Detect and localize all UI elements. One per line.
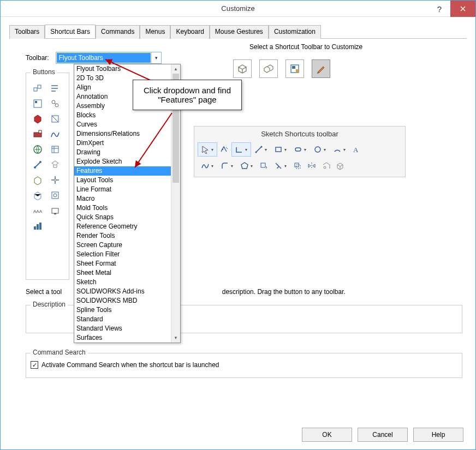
smart-dimension-tool[interactable] [217, 142, 231, 157]
display-relations-tool[interactable] [319, 159, 333, 173]
svg-point-14 [34, 166, 36, 169]
svg-text:A: A [353, 146, 359, 154]
scroll-up-icon[interactable]: ▲ [171, 64, 180, 74]
dropdown-item[interactable]: Line Format [74, 185, 180, 194]
spline-tool[interactable]: ▼ [198, 159, 217, 173]
tool-icon[interactable] [48, 82, 62, 95]
sketch-toolbar-title: Sketch Shortcuts toolbar [194, 127, 405, 141]
dropdown-item[interactable]: DimXpert [74, 139, 180, 148]
tab-commands[interactable]: Commands [96, 25, 140, 39]
tab-toolbars[interactable]: Toolbars [9, 25, 45, 39]
dropdown-item[interactable]: Drawing [74, 148, 180, 157]
tool-icon[interactable] [48, 158, 62, 171]
tool-icon[interactable] [31, 173, 45, 187]
dropdown-item[interactable]: Render Tools [74, 231, 180, 241]
dropdown-item[interactable]: Explode Sketch [74, 157, 180, 166]
dropdown-item[interactable]: Screen Capture [74, 241, 180, 250]
tool-icon[interactable] [48, 204, 62, 217]
shaded-sketch-tool[interactable] [333, 159, 347, 173]
tab-keyboard[interactable]: Keyboard [170, 25, 209, 39]
spline-icon [201, 161, 210, 170]
tool-icon[interactable] [48, 97, 62, 110]
tool-icon[interactable]: AAA [31, 204, 45, 217]
arc-icon [333, 145, 342, 154]
select-tool[interactable]: ▼ [198, 142, 217, 157]
circle-tool[interactable]: ▼ [310, 142, 330, 157]
trim-tool[interactable]: ▼ [271, 159, 290, 173]
tab-mouse-gestures[interactable]: Mouse Gestures [210, 25, 269, 39]
tool-icon[interactable] [31, 219, 45, 232]
convert-entities-tool[interactable] [257, 159, 271, 173]
activate-command-search-checkbox[interactable]: ✓ [31, 361, 38, 369]
svg-rect-4 [38, 85, 41, 88]
toolbar-combobox[interactable]: Flyout Toolbars ▾ [56, 52, 162, 64]
tool-icon[interactable] [48, 128, 62, 141]
context-assembly-button[interactable] [259, 59, 278, 78]
dropdown-item[interactable]: Spline Tools [74, 305, 180, 315]
dropdown-item[interactable]: Surfaces [74, 333, 180, 343]
tool-icon[interactable] [48, 189, 62, 202]
dropdown-item[interactable]: Reference Geometry [74, 222, 180, 231]
dropdown-item[interactable]: Macro [74, 194, 180, 203]
tool-icon[interactable] [31, 128, 45, 141]
mirror-tool[interactable] [305, 159, 319, 173]
dropdown-item[interactable]: Standard Views [74, 324, 180, 333]
dropdown-item[interactable]: SOLIDWORKS MBD [74, 296, 180, 305]
dropdown-item[interactable]: Dimensions/Relations [74, 129, 180, 139]
tool-icon[interactable] [31, 112, 45, 125]
svg-point-26 [260, 146, 262, 148]
ok-button[interactable]: OK [302, 428, 352, 442]
tool-icon[interactable] [31, 143, 45, 156]
line-tool[interactable]: ▼ [231, 142, 251, 157]
mirror-icon [307, 161, 316, 170]
fillet-tool[interactable]: ▼ [217, 159, 237, 173]
dropdown-item[interactable]: Mold Tools [74, 203, 180, 213]
dropdown-item[interactable]: Quick Snaps [74, 213, 180, 222]
chevron-down-icon[interactable]: ▾ [151, 52, 161, 63]
tool-icon[interactable] [31, 82, 45, 95]
tool-icon[interactable] [31, 189, 45, 202]
tab-menus[interactable]: Menus [140, 25, 170, 39]
toolbar-label: Toolbar: [26, 54, 49, 62]
tool-icon[interactable] [48, 112, 62, 125]
tool-icon[interactable] [31, 158, 45, 171]
context-icon-row [233, 59, 330, 78]
offset-tool[interactable] [290, 159, 305, 173]
dropdown-item[interactable]: Layout Tools [74, 176, 180, 185]
titlebar-help-button[interactable]: ? [429, 1, 450, 17]
slot-tool[interactable]: ▼ [290, 142, 310, 157]
tool-icon[interactable] [48, 173, 62, 187]
dropdown-item[interactable]: Selection Filter [74, 250, 180, 259]
polygon-tool[interactable]: ▼ [237, 159, 257, 173]
tab-shortcut-bars[interactable]: Shortcut Bars [45, 25, 96, 38]
close-button[interactable] [450, 1, 475, 17]
rectangle-tool[interactable]: ▼ [271, 142, 290, 157]
svg-rect-11 [39, 130, 41, 133]
command-search-legend: Command Search [31, 349, 88, 356]
dropdown-item[interactable]: SOLIDWORKS Add-ins [74, 287, 180, 296]
dropdown-item[interactable]: Sketch [74, 278, 180, 287]
part-icon [237, 63, 248, 74]
arc-tool[interactable]: ▼ [330, 142, 349, 157]
dropdown-item[interactable]: Sheet Metal [74, 268, 180, 278]
dropdown-item[interactable]: Features [74, 166, 180, 176]
svg-point-18 [53, 194, 57, 197]
dropdown-item[interactable]: Standard [74, 315, 180, 324]
cancel-button[interactable]: Cancel [358, 428, 408, 442]
context-drawing-button[interactable] [285, 59, 304, 78]
context-sketch-button[interactable] [312, 59, 330, 78]
dropdown-item[interactable]: Curves [74, 120, 180, 129]
dropdown-item[interactable]: Flyout Toolbars [74, 64, 180, 74]
text-tool[interactable]: A [349, 142, 364, 157]
scroll-down-icon[interactable]: ▼ [171, 333, 180, 343]
corner-line-tool[interactable]: ▼ [251, 142, 271, 157]
context-part-button[interactable] [233, 59, 252, 78]
tool-icon[interactable] [31, 97, 45, 110]
tool-icon[interactable] [48, 143, 62, 156]
tab-customization[interactable]: Customization [269, 25, 321, 39]
svg-point-25 [255, 152, 257, 153]
description-legend: Description [31, 301, 68, 308]
dropdown-item[interactable]: Blocks [74, 111, 180, 120]
help-button[interactable]: Help [413, 428, 463, 442]
dropdown-item[interactable]: Sheet Format [74, 259, 180, 268]
